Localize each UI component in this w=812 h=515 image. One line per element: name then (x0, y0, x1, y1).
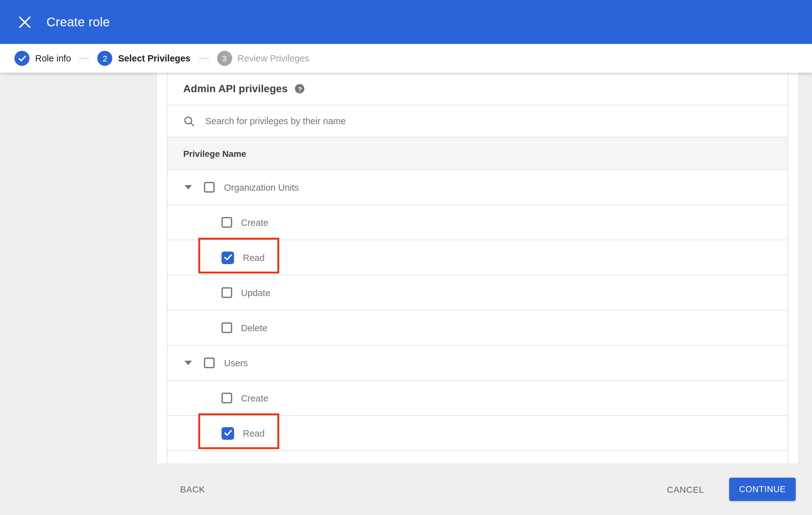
check-icon (14, 51, 29, 66)
step-number: 2 (97, 51, 112, 66)
ou-read-checkbox-checked[interactable] (222, 251, 234, 264)
step-role-info[interactable]: Role info (14, 51, 71, 66)
dialog-title: Create role (47, 15, 110, 29)
privilege-row-organization-units: Organization Units (168, 170, 787, 205)
red-highlight-box (198, 413, 279, 449)
privilege-label: Organization Units (224, 182, 299, 192)
step-separator (199, 58, 209, 59)
column-header-privilege-name: Privilege Name (183, 148, 246, 158)
ou-create-checkbox[interactable] (222, 217, 232, 228)
privilege-row-ou-delete: Delete (168, 310, 787, 345)
organization-units-checkbox[interactable] (204, 182, 214, 192)
ou-update-checkbox[interactable] (222, 287, 232, 298)
users-create-checkbox[interactable] (222, 393, 232, 403)
search-placeholder: Search for privileges by their name (205, 116, 346, 126)
wizard-stepper: Role info 2 Select Privileges 3 Review P… (0, 44, 812, 73)
footer-actions: BACK CANCEL CONTINUE (0, 463, 812, 515)
users-read-checkbox-checked[interactable] (222, 427, 234, 440)
step-label: Review Privileges (237, 53, 309, 63)
check-icon (224, 254, 232, 261)
privileges-search-input[interactable]: Search for privileges by their name (168, 105, 787, 137)
section-title: Admin API privileges (183, 83, 288, 95)
privilege-label: Read (243, 428, 264, 438)
privileges-panel: Admin API privileges ? Search for privil… (167, 73, 788, 463)
main-area: Admin API privileges ? Search for privil… (0, 73, 812, 515)
table-header: Privilege Name (168, 137, 787, 170)
privilege-label: Users (224, 358, 248, 368)
close-icon[interactable] (17, 14, 32, 29)
red-highlight-box (198, 237, 279, 273)
help-icon[interactable]: ? (295, 84, 304, 93)
ou-delete-checkbox[interactable] (222, 323, 232, 333)
step-separator (79, 58, 89, 59)
check-icon (224, 430, 232, 436)
privilege-label: Update (241, 287, 270, 298)
step-select-privileges[interactable]: 2 Select Privileges (97, 51, 191, 66)
search-icon (184, 116, 195, 126)
step-number: 3 (217, 51, 232, 66)
privilege-label: Delete (241, 323, 267, 333)
privilege-row-ou-read: Read (168, 240, 787, 275)
back-button[interactable]: BACK (176, 478, 209, 501)
step-label: Select Privileges (118, 53, 191, 63)
create-role-dialog: Create role Role info 2 Select Privilege… (0, 0, 812, 515)
privileges-card: Admin API privileges ? Search for privil… (157, 73, 798, 463)
privilege-label: Read (243, 252, 264, 263)
collapse-arrow-icon[interactable] (184, 185, 192, 189)
step-review-privileges[interactable]: 3 Review Privileges (217, 51, 309, 66)
privilege-label: Create (241, 217, 268, 228)
privilege-row-ou-create: Create (168, 205, 787, 240)
section-header: Admin API privileges ? (168, 73, 787, 105)
dialog-header: Create role (0, 0, 812, 44)
cancel-button[interactable]: CANCEL (663, 478, 708, 501)
privilege-row-users: Users (168, 345, 787, 381)
users-checkbox[interactable] (204, 358, 214, 368)
privilege-row-users-read: Read (168, 416, 787, 451)
continue-button[interactable]: CONTINUE (729, 478, 796, 501)
privilege-row-users-create: Create (168, 381, 787, 416)
privilege-row-ou-update: Update (168, 275, 787, 310)
privilege-label: Create (241, 393, 268, 403)
step-label: Role info (35, 53, 71, 63)
collapse-arrow-icon[interactable] (184, 361, 192, 365)
